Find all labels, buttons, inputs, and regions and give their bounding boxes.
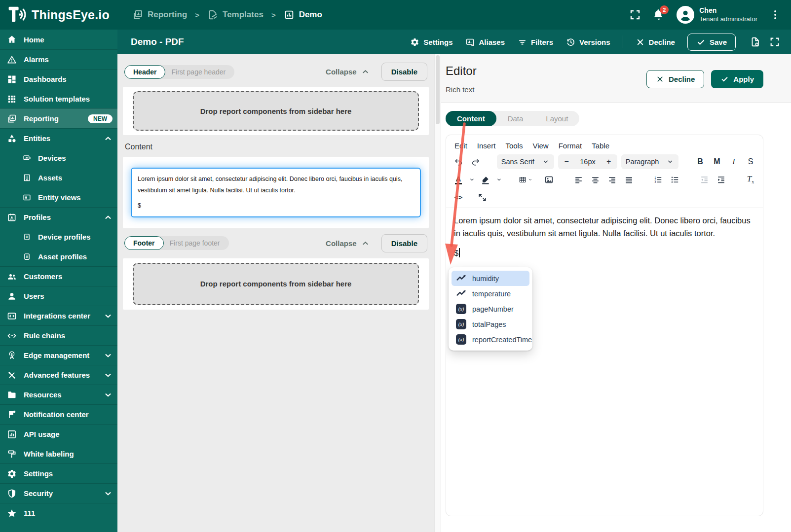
footer-chip-group[interactable]: Footer First page footer bbox=[124, 236, 229, 250]
kebab-menu-button[interactable] bbox=[769, 9, 781, 21]
editor-fullscreen-button[interactable] bbox=[474, 190, 490, 205]
sidebar-item-entities[interactable]: Entities bbox=[0, 128, 117, 148]
settings-button[interactable]: Settings bbox=[405, 34, 458, 50]
notifications-button[interactable]: 2 bbox=[653, 9, 665, 21]
menu-view[interactable]: View bbox=[528, 140, 553, 152]
footer-disable-button[interactable]: Disable bbox=[381, 234, 427, 252]
tab-content[interactable]: Content bbox=[446, 111, 496, 126]
editor-content-area[interactable]: Lorem ipsum dolor sit amet, consectetur … bbox=[446, 208, 763, 266]
footer-chip[interactable]: Footer bbox=[124, 236, 164, 250]
sidebar-item-rule-chains[interactable]: Rule chains bbox=[0, 325, 117, 345]
sidebar-item-security[interactable]: Security bbox=[0, 483, 117, 503]
tab-layout[interactable]: Layout bbox=[534, 111, 579, 126]
sidebar-item-profiles[interactable]: Profiles bbox=[0, 207, 117, 227]
sidebar-item-assets[interactable]: Assets bbox=[0, 168, 117, 187]
autocomplete-item-pagenumber[interactable]: (x) pageNumber bbox=[452, 301, 529, 317]
sidebar-item-notification-center[interactable]: Notification center bbox=[0, 404, 117, 424]
menu-table[interactable]: Table bbox=[587, 140, 614, 152]
merge-tag-button[interactable]: M bbox=[709, 154, 725, 169]
insert-image-button[interactable] bbox=[541, 172, 558, 187]
sidebar-item-resources[interactable]: Resources bbox=[0, 385, 117, 404]
scrollbar[interactable] bbox=[434, 54, 441, 532]
table-button[interactable] bbox=[517, 172, 535, 187]
editor-apply-button[interactable]: Apply bbox=[711, 70, 763, 88]
sidebar-item-asset-profiles[interactable]: Asset profiles bbox=[0, 247, 117, 266]
menu-format[interactable]: Format bbox=[554, 140, 587, 152]
sidebar-item-solution-templates[interactable]: Solution templates bbox=[0, 89, 117, 108]
header-chip[interactable]: Header bbox=[124, 65, 165, 79]
align-left-button[interactable] bbox=[570, 172, 587, 187]
versions-button[interactable]: Versions bbox=[561, 34, 616, 50]
text-color-menu-button[interactable] bbox=[467, 172, 477, 187]
rich-text-element[interactable]: Lorem ipsum dolor sit amet, consectetur … bbox=[131, 168, 421, 217]
sidebar-item-users[interactable]: Users bbox=[0, 286, 117, 306]
highlight-color-button[interactable] bbox=[477, 172, 494, 187]
outdent-button[interactable] bbox=[696, 172, 713, 187]
align-center-button[interactable] bbox=[587, 172, 603, 187]
header-collapse-button[interactable]: Collapse bbox=[326, 68, 370, 76]
footer-dropzone[interactable]: Drop report components from sidebar here bbox=[133, 263, 419, 305]
menu-edit[interactable]: Edit bbox=[450, 140, 472, 152]
align-right-button[interactable] bbox=[603, 172, 620, 187]
sidebar-item-device-profiles[interactable]: Device profiles bbox=[0, 227, 117, 247]
header-disable-button[interactable]: Disable bbox=[381, 63, 427, 81]
sidebar-item-white-labeling[interactable]: White labeling bbox=[0, 444, 117, 463]
app-logo[interactable]: ThingsEye.io bbox=[0, 5, 117, 25]
editor-decline-button[interactable]: Decline bbox=[646, 70, 704, 88]
sidebar-item-reporting[interactable]: ReportingNEW bbox=[0, 108, 117, 128]
expand-editor-button[interactable] bbox=[769, 36, 780, 47]
menu-tools[interactable]: Tools bbox=[501, 140, 527, 152]
footer-collapse-button[interactable]: Collapse bbox=[326, 239, 370, 248]
header-chip-group[interactable]: Header First page header bbox=[124, 65, 234, 79]
user-menu[interactable]: Chen Tenant administrator bbox=[677, 6, 757, 24]
tab-data[interactable]: Data bbox=[496, 111, 535, 126]
redo-button[interactable] bbox=[467, 154, 484, 169]
sidebar-item-advanced-features[interactable]: Advanced features bbox=[0, 365, 117, 385]
font-size-increase-button[interactable]: + bbox=[601, 154, 617, 169]
clear-formatting-button[interactable]: Tx bbox=[742, 172, 759, 187]
filters-button[interactable]: Filters bbox=[512, 34, 559, 50]
sidebar-item-home[interactable]: Home bbox=[0, 30, 117, 49]
breadcrumb-demo[interactable]: Demo bbox=[284, 9, 322, 20]
sidebar-item-customers[interactable]: Customers bbox=[0, 266, 117, 286]
sidebar-item-devices[interactable]: Devices bbox=[0, 148, 117, 168]
sidebar-item-integrations-center[interactable]: Integrations center bbox=[0, 306, 117, 325]
bold-button[interactable]: B bbox=[692, 154, 709, 169]
generate-report-button[interactable] bbox=[750, 36, 760, 47]
autocomplete-item-reportcreatedtime[interactable]: (x) reportCreatedTime bbox=[452, 332, 529, 347]
scrollbar-thumb[interactable] bbox=[436, 55, 440, 124]
undo-button[interactable] bbox=[450, 154, 467, 169]
sidebar-item-111[interactable]: 111 bbox=[0, 503, 117, 523]
breadcrumb-reporting[interactable]: Reporting bbox=[132, 9, 187, 20]
chevron-down-icon bbox=[542, 158, 550, 166]
ordered-list-button[interactable] bbox=[650, 172, 667, 187]
font-family-select[interactable]: Sans Serif bbox=[497, 154, 554, 169]
menu-insert[interactable]: Insert bbox=[473, 140, 500, 152]
highlight-color-menu-button[interactable] bbox=[494, 172, 504, 187]
text-color-button[interactable]: A bbox=[450, 172, 467, 187]
breadcrumb-templates[interactable]: Templates bbox=[207, 9, 264, 20]
decline-button[interactable]: Decline bbox=[630, 34, 680, 50]
autocomplete-item-totalpages[interactable]: (x) totalPages bbox=[452, 317, 529, 332]
block-format-select[interactable]: Paragraph bbox=[621, 154, 678, 169]
strikethrough-button[interactable]: S bbox=[742, 154, 759, 169]
align-justify-button[interactable] bbox=[620, 172, 637, 187]
bullet-list-button[interactable] bbox=[667, 172, 683, 187]
top-bar: ThingsEye.io Reporting > Templates > Dem… bbox=[0, 0, 791, 30]
source-code-button[interactable]: <> bbox=[450, 190, 467, 205]
sidebar-item-api-usage[interactable]: API usage bbox=[0, 424, 117, 444]
sidebar-item-settings[interactable]: Settings bbox=[0, 463, 117, 483]
indent-button[interactable] bbox=[713, 172, 730, 187]
aliases-button[interactable]: Aliases bbox=[460, 34, 510, 50]
font-size-decrease-button[interactable]: − bbox=[558, 154, 575, 169]
save-button[interactable]: Save bbox=[687, 34, 736, 51]
autocomplete-item-temperature[interactable]: temperature bbox=[452, 286, 529, 301]
autocomplete-item-humidity[interactable]: humidity bbox=[452, 271, 529, 286]
sidebar-item-dashboards[interactable]: Dashboards bbox=[0, 69, 117, 89]
header-dropzone[interactable]: Drop report components from sidebar here bbox=[133, 91, 419, 131]
fullscreen-button[interactable] bbox=[629, 9, 641, 21]
sidebar-item-edge-management[interactable]: Edge management bbox=[0, 345, 117, 365]
italic-button[interactable]: I bbox=[725, 154, 742, 169]
sidebar-item-alarms[interactable]: Alarms bbox=[0, 49, 117, 69]
sidebar-item-entity-views[interactable]: Entity views bbox=[0, 187, 117, 207]
